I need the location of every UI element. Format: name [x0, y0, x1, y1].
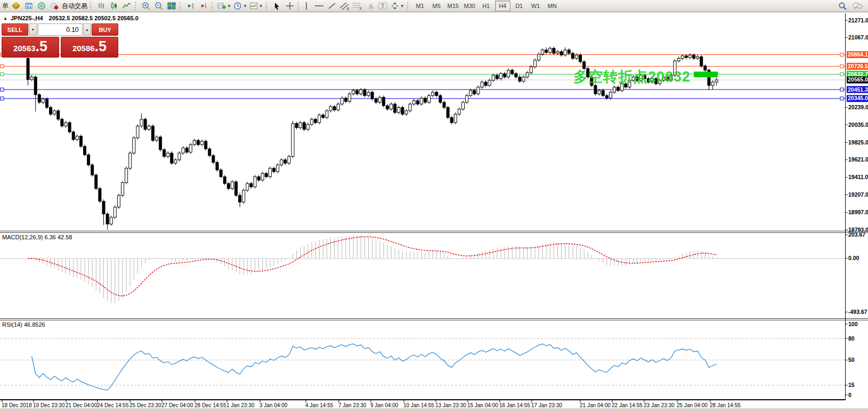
time-axis-label: 27 Dec 04:00	[161, 402, 193, 408]
tf-h1-button[interactable]: H1	[478, 1, 494, 11]
candle-body	[257, 177, 260, 180]
candle-body	[223, 177, 226, 184]
price-level-label: 20345.0	[848, 95, 868, 101]
candle-body	[613, 87, 616, 92]
auto-scroll-icon[interactable]	[198, 1, 209, 12]
candle-body	[504, 74, 506, 77]
candle-body	[394, 104, 396, 112]
crosshair-icon[interactable]	[284, 1, 296, 12]
new-order-icon[interactable]	[10, 1, 22, 12]
price-level-label: 20726.5	[848, 63, 868, 69]
candle-body	[189, 144, 192, 152]
channel-tool-icon[interactable]: E	[339, 1, 351, 12]
tile-windows-icon[interactable]	[166, 1, 177, 12]
candle-body	[530, 67, 532, 72]
level-left-marker	[1, 64, 4, 68]
price-tick-label: 18997.0	[848, 209, 868, 215]
chart-annotation-text: 多空转折点20632	[573, 67, 691, 86]
candle-body	[318, 115, 321, 123]
autotrading-icon[interactable]	[48, 1, 60, 12]
horizontal-line-tool-icon[interactable]	[313, 1, 325, 12]
autotrading-label[interactable]: 自动交易	[62, 2, 87, 11]
tf-m15-button[interactable]: M15	[445, 1, 461, 11]
tf-h4-button[interactable]: H4	[495, 1, 510, 11]
templates-icon[interactable]: ▼	[249, 1, 264, 12]
fibonacci-tool-icon[interactable]: F	[352, 1, 363, 12]
candle-body	[386, 106, 389, 109]
candle-body	[511, 70, 514, 74]
candle-body	[685, 56, 687, 58]
candle-body	[235, 182, 238, 195]
text-tool-icon[interactable]: A	[364, 1, 376, 12]
main-toolbar: 单 自动交易 ▼ ▼ ▼	[0, 0, 868, 12]
bar-chart-type-icon[interactable]	[95, 1, 107, 12]
candle-body	[344, 98, 347, 101]
volume-increase-button[interactable]: ▲	[83, 23, 92, 36]
level-left-marker	[1, 97, 4, 100]
new-order-label[interactable]: 单	[2, 2, 9, 11]
buy-button[interactable]: BUY	[92, 23, 118, 36]
candle-body	[602, 91, 604, 96]
periods-icon[interactable]: ▼	[233, 1, 248, 12]
zoom-out-icon[interactable]	[153, 1, 165, 12]
chevron-down-icon: ▼	[243, 4, 247, 9]
candle-body	[87, 155, 90, 165]
text-label-tool-icon[interactable]: T	[377, 1, 389, 12]
candle-body	[167, 153, 169, 156]
highlight-rectangle[interactable]	[694, 71, 718, 77]
navigator-icon[interactable]	[36, 1, 47, 12]
candle-body	[91, 165, 94, 175]
candle-body	[125, 168, 128, 183]
level-left-marker	[1, 88, 4, 91]
candle-body	[500, 74, 502, 79]
arrows-tool-icon[interactable]: ▼	[390, 1, 405, 12]
tf-m1-button[interactable]: M1	[412, 1, 428, 11]
candle-body	[405, 111, 408, 114]
trendline-tool-icon[interactable]	[326, 1, 338, 12]
volume-input[interactable]	[38, 23, 83, 36]
tf-w1-button[interactable]: W1	[528, 1, 543, 11]
candle-body	[337, 104, 339, 110]
sell-button[interactable]: SELL	[2, 23, 28, 36]
level-left-marker	[1, 72, 4, 76]
candlestick-type-icon[interactable]	[108, 1, 120, 12]
candle-body	[409, 104, 411, 111]
vertical-line-tool-icon[interactable]	[301, 1, 312, 12]
candle-body	[492, 75, 494, 80]
line-chart-type-icon[interactable]	[121, 1, 133, 12]
zoom-in-icon[interactable]	[140, 1, 152, 12]
rsi-axis-label: 50	[848, 357, 855, 363]
tf-m30-button[interactable]: M30	[462, 1, 477, 11]
tf-d1-button[interactable]: D1	[512, 1, 527, 11]
chart-header: ▲ JPN225-,H4 20532.5 20582.5 20502.5 205…	[3, 15, 139, 21]
candle-body	[231, 182, 233, 189]
candle-body	[693, 55, 695, 58]
collapse-panel-icon[interactable]: ▲	[3, 16, 7, 21]
market-watch-icon[interactable]	[23, 1, 35, 12]
chat-icon[interactable]	[851, 1, 863, 12]
chart-canvas[interactable]: 21271.021067.020239.020035.019825.019621…	[0, 0, 868, 412]
chart-shift-icon[interactable]	[185, 1, 197, 12]
price-tick-label: 20239.0	[848, 104, 868, 110]
candle-body	[79, 136, 82, 146]
time-axis-label: 22 Jan 14:55	[612, 402, 643, 408]
tf-m5-button[interactable]: M5	[429, 1, 444, 11]
tf-mn-button[interactable]: MN	[545, 1, 560, 11]
candle-body	[178, 153, 181, 160]
buy-price-button[interactable]: 20586 .5	[61, 37, 118, 58]
sell-price-button[interactable]: 20563 .5	[2, 37, 59, 58]
candle-body	[284, 160, 287, 163]
svg-text:E: E	[347, 7, 350, 11]
macd-axis-label: -493.67	[848, 309, 867, 315]
buy-price-fraction: .5	[95, 37, 107, 55]
cursor-icon[interactable]	[271, 1, 283, 12]
candle-body	[42, 99, 44, 102]
candle-body	[598, 91, 601, 94]
candle-body	[208, 149, 211, 156]
candle-body	[197, 140, 200, 144]
volume-decrease-button[interactable]: ▼	[29, 23, 37, 36]
add-indicator-icon[interactable]: ▼	[217, 1, 232, 12]
search-icon[interactable]	[837, 1, 848, 12]
price-tick-label: 20035.0	[848, 122, 868, 128]
chevron-down-icon: ▼	[400, 4, 404, 9]
